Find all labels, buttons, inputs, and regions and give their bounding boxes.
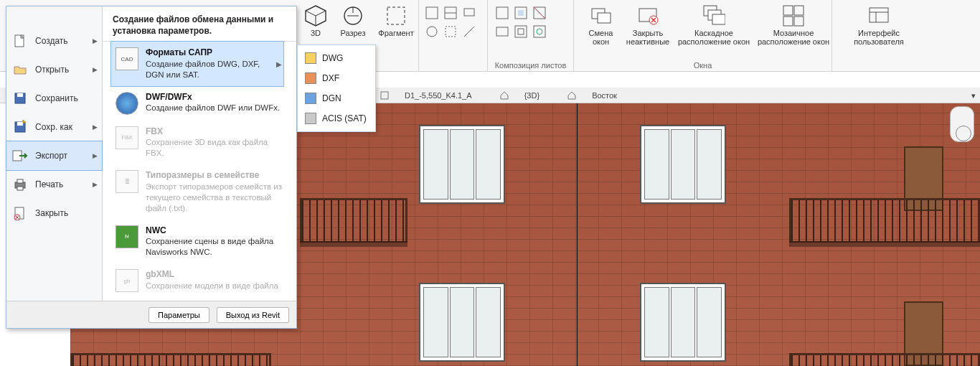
- mod-icon-2[interactable]: [443, 6, 458, 20]
- view-tab-1-label: D1_-5,550_K4.1_A: [405, 88, 472, 103]
- btn-fragment[interactable]: Фрагмент: [374, 4, 418, 37]
- window: [419, 283, 505, 362]
- mod-icon-5[interactable]: [443, 24, 458, 39]
- balcony: [300, 189, 407, 247]
- mod-icon-6[interactable]: [462, 24, 476, 39]
- export-nwc-desc: Сохранение сцены в виде файла Navisworks…: [146, 237, 273, 256]
- mod-icon-4[interactable]: [425, 24, 439, 39]
- svg-rect-37: [17, 93, 23, 97]
- switch-windows-icon: [590, 4, 613, 27]
- close-doc-icon: [12, 206, 28, 220]
- navigation-wheel[interactable]: [950, 106, 974, 142]
- svg-rect-15: [496, 27, 508, 36]
- svg-rect-29: [783, 17, 793, 26]
- export-dwf[interactable]: DWF/DWFxСоздание файлов DWF или DWFx.: [111, 86, 288, 121]
- ribbon-group-windows: Смена окон Закрыть неактивные Каскадное …: [574, 0, 832, 71]
- btn-user-interface[interactable]: Интерфейс пользователя: [847, 4, 911, 46]
- options-button[interactable]: Параметры: [149, 307, 209, 323]
- svg-rect-9: [446, 27, 456, 37]
- sheet-icon-2[interactable]: [514, 6, 528, 20]
- print-icon: [12, 177, 28, 192]
- export-gbxml[interactable]: gb gbXMLСохранение модели в виде файла: [111, 263, 288, 298]
- svg-point-8: [427, 27, 437, 37]
- sheet-icon-4[interactable]: [495, 24, 509, 39]
- mod-icon-3[interactable]: [462, 6, 476, 20]
- flyout-dgn-label: DGN: [322, 93, 341, 103]
- home-icon: [567, 91, 576, 100]
- btn-section[interactable]: Разрез: [334, 4, 372, 37]
- menu-save[interactable]: Сохранить: [6, 84, 102, 113]
- view-tab-2[interactable]: {3D}: [500, 88, 552, 103]
- balcony: [789, 189, 980, 247]
- sheet-icon-3[interactable]: [532, 6, 547, 20]
- svg-rect-42: [17, 179, 23, 183]
- gbxml-icon: gb: [116, 269, 138, 292]
- svg-rect-28: [794, 6, 804, 15]
- view-tab-3[interactable]: Восток: [567, 88, 630, 103]
- close-inactive-icon: [636, 4, 659, 27]
- export-family-types[interactable]: ≣ Типоразмеры в семействеЭкспорт типораз…: [111, 164, 288, 219]
- btn-ui-label: Интерфейс пользователя: [854, 29, 904, 46]
- export-dwf-desc: Создание файлов DWF или DWFx.: [146, 103, 280, 112]
- export-nwc[interactable]: N NWCСохранение сцены в виде файла Navis…: [111, 220, 288, 263]
- btn-tile[interactable]: Мозаичное расположение окон: [755, 4, 832, 46]
- menu-save-label: Сохранить: [35, 93, 78, 103]
- export-nwc-title: NWC: [146, 225, 283, 237]
- svg-rect-21: [598, 13, 611, 23]
- export-fbx-desc: Сохранение 3D вида как файла FBX.: [146, 138, 268, 157]
- svg-rect-39: [17, 122, 23, 126]
- menu-open[interactable]: Открыть▶: [6, 55, 102, 84]
- btn-switch-windows[interactable]: Смена окон: [581, 4, 621, 46]
- export-cad-desc: Создание файлов DWG, DXF, DGN или SAT.: [146, 60, 260, 79]
- ribbon-group-ui: Интерфейс пользователя: [832, 0, 918, 71]
- group-windows-label: Окна: [574, 61, 831, 70]
- chevron-right-icon: ▶: [276, 60, 282, 68]
- sheet-icon-6[interactable]: [532, 24, 547, 39]
- svg-rect-27: [783, 6, 793, 15]
- svg-rect-10: [496, 7, 508, 19]
- sheet-icon-5[interactable]: [514, 24, 528, 39]
- save-icon: [12, 91, 28, 105]
- menu-print[interactable]: Печать▶: [6, 170, 102, 199]
- svg-rect-18: [534, 26, 545, 37]
- exit-revit-button[interactable]: Выход из Revit: [217, 307, 289, 323]
- svg-rect-43: [17, 187, 23, 190]
- export-dwf-title: DWF/DWFx: [146, 92, 280, 103]
- sheet-icon-1[interactable]: [495, 6, 509, 20]
- new-document-icon: [12, 34, 28, 48]
- btn-cascade[interactable]: Каскадное расположение окон: [674, 4, 753, 46]
- family-types-icon: ≣: [116, 170, 138, 193]
- view-tab-1[interactable]: D1_-5,550_K4.1_A: [380, 88, 485, 103]
- saveas-icon: [12, 120, 28, 134]
- cascade-icon: [702, 4, 725, 27]
- menu-saveas[interactable]: Сохр. как▶: [6, 113, 102, 141]
- menu-export[interactable]: Экспорт▶: [6, 141, 103, 171]
- menu-create[interactable]: Создать▶: [6, 27, 102, 55]
- balcony: [789, 344, 980, 366]
- export-cad[interactable]: CAD Форматы САПРСоздание файлов DWG, DXF…: [110, 41, 284, 86]
- svg-rect-4: [426, 7, 438, 19]
- flyout-dgn[interactable]: DGN: [298, 88, 375, 108]
- view-tabs-dropdown[interactable]: ▾: [971, 88, 976, 103]
- fragment-icon: [385, 4, 407, 27]
- svg-rect-34: [381, 92, 388, 99]
- menu-close-label: Закрыть: [35, 208, 68, 218]
- fbx-icon: FBX: [116, 126, 138, 149]
- ui-icon: [867, 4, 890, 27]
- btn-switch-label: Смена окон: [589, 29, 613, 46]
- menu-open-label: Открыть: [35, 65, 69, 75]
- group-sheets-label: Композиция листов: [488, 61, 573, 70]
- flyout-sat[interactable]: ACIS (SAT): [298, 108, 375, 128]
- svg-rect-3: [387, 7, 405, 24]
- menu-close[interactable]: Закрыть: [6, 199, 102, 227]
- mod-icon-1[interactable]: [425, 6, 439, 20]
- btn-close-inactive[interactable]: Закрыть неактивные: [623, 4, 673, 46]
- cad-icon: CAD: [116, 47, 138, 70]
- elevation-icon: [380, 91, 389, 100]
- home-icon: [500, 91, 509, 100]
- flyout-dwg[interactable]: DWG: [298, 48, 375, 68]
- btn-3d-view[interactable]: 3D: [300, 4, 331, 37]
- flyout-dxf[interactable]: DXF: [298, 68, 375, 88]
- export-fbx[interactable]: FBX FBXСохранение 3D вида как файла FBX.: [111, 121, 288, 164]
- cube-3d-icon: [304, 4, 327, 27]
